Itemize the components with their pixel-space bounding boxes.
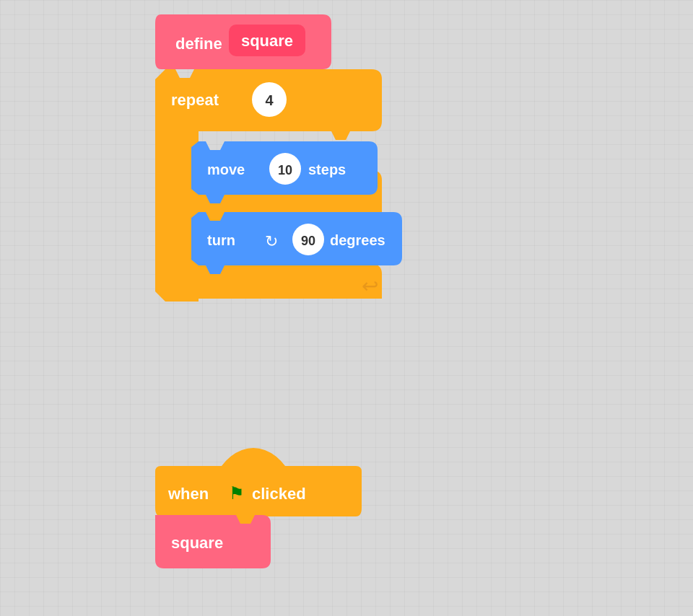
move-value: 10 [278, 163, 292, 177]
turn-rotation-icon: ↻ [265, 232, 278, 250]
degrees-label: degrees [330, 232, 385, 248]
define-label: define [175, 35, 222, 53]
steps-label: steps [308, 162, 346, 177]
define-name-badge-text: square [241, 32, 293, 50]
repeat-label: repeat [171, 91, 219, 109]
define-block[interactable]: define square [155, 14, 331, 78]
turn-value: 90 [301, 234, 315, 248]
repeat-end-arrow: ↩ [362, 275, 378, 297]
green-flag-icon: ⚑ [229, 483, 245, 503]
square-call-label: square [171, 534, 223, 552]
square-call-block[interactable]: square [155, 515, 271, 568]
when-label: when [167, 485, 209, 503]
repeat-count-value: 4 [265, 92, 274, 108]
turn-block[interactable]: turn ↻ 90 degrees [191, 212, 402, 274]
repeat-block[interactable]: repeat 4 move 10 steps turn ↻ 90 degrees [155, 69, 402, 302]
turn-label: turn [207, 232, 235, 248]
move-label: move [207, 162, 245, 177]
move-block[interactable]: move 10 steps [191, 141, 378, 203]
clicked-label: clicked [252, 485, 306, 503]
